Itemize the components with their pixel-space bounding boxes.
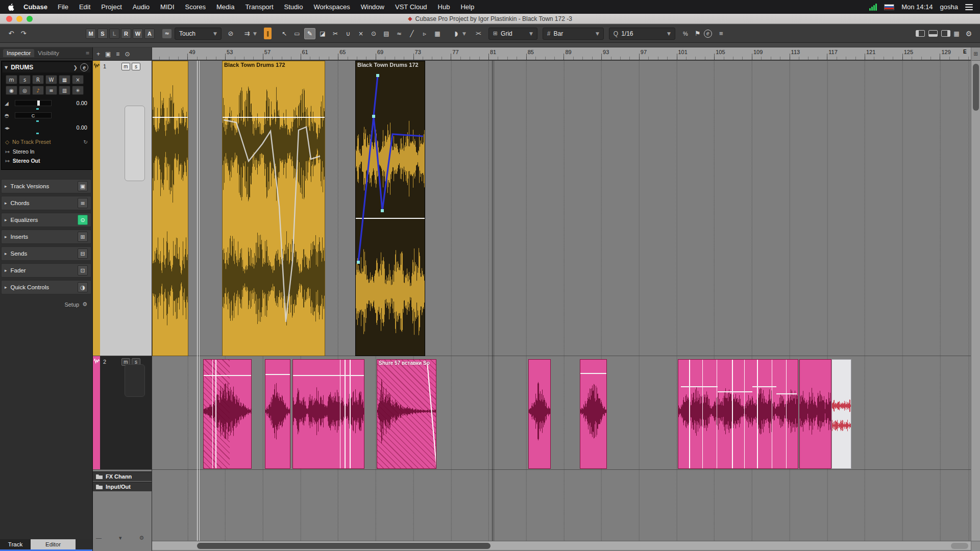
glue-tool[interactable]: ∪ (342, 28, 354, 39)
automation-l-button[interactable]: L (109, 29, 119, 39)
feedback-options-icon[interactable]: ▼ (462, 31, 466, 36)
quantize-dropdown[interactable]: Q 1/16 ▼ (609, 28, 675, 40)
close-button[interactable] (6, 16, 12, 22)
line-tool[interactable]: ╱ (406, 28, 418, 39)
track-preset-row[interactable]: ◇ No Track Preset ↻ (3, 138, 90, 146)
apple-menu-icon[interactable] (7, 3, 14, 11)
erase-tool[interactable]: ◪ (317, 28, 328, 39)
vocal-track-lane[interactable]: Shure 57 вставки So (152, 356, 971, 470)
automation-panel-icon[interactable]: ≈ (162, 29, 172, 38)
autoscroll-button[interactable]: ⇉ (241, 28, 253, 40)
menu-item-window[interactable]: Window (361, 3, 384, 11)
window-titlebar[interactable]: ◆ Cubase Pro Project by Igor Plastinkin … (0, 14, 980, 24)
audio-activity-icon[interactable] (869, 4, 877, 11)
quantize-panel-flag-icon[interactable]: ⚑ (692, 28, 704, 40)
menu-item-vst-cloud[interactable]: VST Cloud (395, 3, 427, 11)
automation-s-button[interactable]: S (97, 29, 108, 39)
audio-event-vocal[interactable]: Shure 57 вставки So (377, 359, 436, 469)
audio-event-vocal[interactable] (292, 359, 364, 469)
audio-event-drums[interactable]: Black Town Drums 172 (355, 61, 425, 356)
track-toggle-r2-0[interactable]: ◉ (6, 86, 17, 95)
pan-slider[interactable]: C (15, 112, 52, 118)
comp-tool[interactable]: ▤ (381, 28, 392, 39)
preset-history-icon[interactable]: ↻ (83, 139, 88, 145)
automation-mode-dropdown[interactable]: Touch ▼ (175, 28, 222, 40)
redo-button[interactable]: ↷ (17, 28, 30, 40)
track-row-vocal[interactable]: 2 m s (93, 356, 152, 470)
menu-item-hub[interactable]: Hub (438, 3, 450, 11)
tab-inspector[interactable]: Inspector (3, 49, 34, 57)
vertical-zoom-corner[interactable] (971, 541, 980, 551)
feedback-curve-button[interactable]: ◗ (450, 28, 462, 40)
left-zone-toggle[interactable] (916, 30, 925, 37)
volume-handle[interactable] (37, 101, 40, 106)
inspector-section-track-versions[interactable]: ▸Track Versions▣ (1, 179, 91, 193)
input-routing-row[interactable]: ↦ Stereo In (3, 147, 90, 156)
input-language-flag-icon[interactable] (884, 4, 894, 10)
iterative-quantize-button[interactable]: % (679, 28, 692, 40)
event-display-area[interactable]: 4953576165697377818589939710110510911311… (152, 47, 971, 551)
inspector-section-equalizers[interactable]: ▸Equalizers⊙ (1, 213, 91, 227)
menu-item-help[interactable]: Help (460, 3, 474, 11)
mute-tool[interactable]: × (355, 28, 366, 39)
audio-alignment-button[interactable]: ≡ (715, 28, 727, 40)
inspector-section-quick-controls[interactable]: ▸Quick Controls◑ (1, 280, 91, 294)
volume-slider[interactable] (15, 100, 52, 106)
draw-tool[interactable]: ✎ (304, 28, 315, 39)
app-menu-cubase[interactable]: Cubase (23, 3, 47, 11)
automation-a-button[interactable]: A (144, 29, 155, 39)
tab-visibility[interactable]: Visibility (34, 49, 62, 57)
setup-toolbar-gear-icon[interactable]: ⚙ (963, 28, 975, 40)
track-list-gear-icon[interactable]: ⚙ (139, 535, 144, 541)
equalizers-icon[interactable]: ⊙ (78, 215, 88, 225)
collapse-tracks-button[interactable]: — (96, 535, 102, 541)
color-tool[interactable]: ▦ (432, 28, 443, 39)
edit-channel-button[interactable]: e (80, 63, 88, 71)
track-toggle-r1-0[interactable]: m (6, 75, 17, 84)
vertical-scrollbar[interactable]: ⊞ (971, 47, 980, 551)
split-tool[interactable]: ✂ (330, 28, 341, 39)
ruler-options-corner[interactable]: ⊞ (971, 47, 980, 61)
right-zone-toggle[interactable] (941, 30, 950, 37)
delay-value[interactable]: 0.00 (77, 124, 87, 131)
mute-button[interactable]: m (121, 63, 130, 70)
track-toggle-r2-1[interactable]: ◎ (19, 86, 31, 95)
audio-event-vocal[interactable] (528, 359, 551, 469)
duplicate-track-icon[interactable]: ▣ (105, 51, 111, 58)
track-toggle-r1-2[interactable]: R (32, 75, 44, 84)
tab-track[interactable]: Track (0, 539, 31, 549)
track-toggle-r1-5[interactable]: × (72, 75, 84, 84)
fader-icon[interactable]: ⊡ (78, 265, 88, 276)
track-toggle-r2-2[interactable]: ♪ (32, 86, 44, 95)
object-selection-tool[interactable]: ↖ (279, 28, 290, 39)
notification-center-icon[interactable] (965, 4, 973, 10)
track-color-strip[interactable] (93, 61, 100, 356)
autoscroll-options-icon[interactable]: ▼ (253, 31, 257, 36)
track-toggle-r1-4[interactable]: ▦ (59, 75, 70, 84)
sends-icon[interactable]: ⊟ (78, 248, 88, 259)
inspector-section-inserts[interactable]: ▸Inserts⊞ (1, 230, 91, 244)
inspector-section-sends[interactable]: ▸Sends⊟ (1, 246, 91, 261)
menubar-clock[interactable]: Mon 14:14 (901, 3, 933, 11)
snap-type-dropdown[interactable]: ⊞ Grid ▼ (488, 28, 537, 40)
minimize-button[interactable] (16, 16, 22, 22)
menu-item-workspaces[interactable]: Workspaces (313, 3, 350, 11)
track-toggle-r2-5[interactable]: ✳ (72, 86, 84, 95)
output-routing-row[interactable]: ↦ Stereo Out (3, 157, 90, 165)
track-versions-icon[interactable]: ▣ (78, 181, 88, 191)
solo-button[interactable]: s (132, 63, 140, 70)
track-toggle-r1-3[interactable]: W (45, 75, 57, 84)
inspector-section-fader[interactable]: ▸Fader⊡ (1, 263, 91, 278)
find-track-icon[interactable]: ⊙ (125, 51, 130, 58)
menu-item-audio[interactable]: Audio (133, 3, 150, 11)
play-tool[interactable]: ▹ (419, 28, 430, 39)
chords-icon[interactable]: ≡ (78, 198, 88, 208)
audio-event-vocal[interactable] (580, 359, 607, 469)
range-selection-tool[interactable]: ▭ (291, 28, 303, 39)
menubar-user[interactable]: gosha (940, 3, 958, 11)
grid-type-dropdown[interactable]: # Bar ▼ (543, 28, 604, 40)
audio-event-vocal[interactable] (831, 359, 851, 469)
snap-to-zero-button[interactable]: ‖ (264, 28, 272, 39)
menu-item-midi[interactable]: MIDI (160, 3, 174, 11)
track-name-header[interactable]: ▼ DRUMS ❯ e (3, 62, 90, 72)
